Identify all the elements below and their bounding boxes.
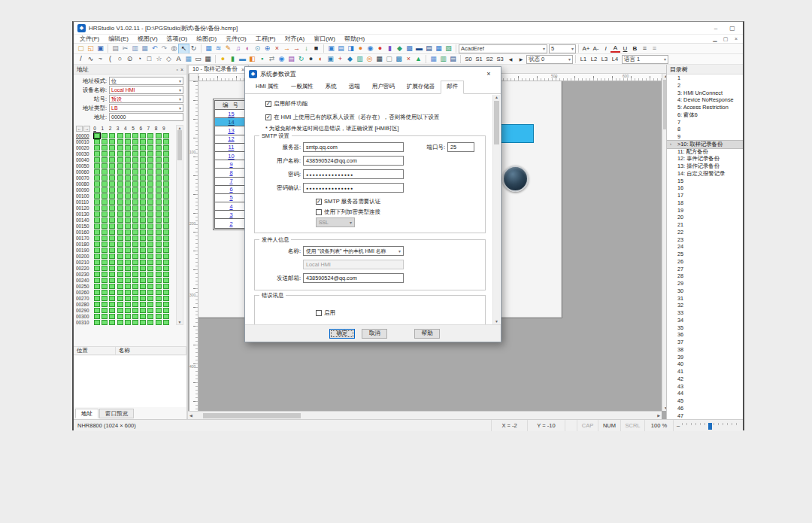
slider-widget-icon[interactable]: ◧ xyxy=(247,55,257,64)
round-button-widget[interactable] xyxy=(502,166,529,192)
address-cell[interactable] xyxy=(163,236,169,241)
menu-item[interactable]: 视图(V) xyxy=(133,35,162,43)
address-cell[interactable] xyxy=(147,290,153,295)
tree-item[interactable]: 4: Device NoResponse xyxy=(667,96,743,104)
address-cell[interactable] xyxy=(156,211,162,217)
address-cell[interactable] xyxy=(163,260,169,265)
view-grid-icon[interactable]: ▦ xyxy=(429,55,438,64)
error-enable-checkbox[interactable] xyxy=(316,310,322,316)
number-table-row[interactable]: 5 xyxy=(215,194,247,202)
address-cell[interactable] xyxy=(156,308,162,313)
address-cell[interactable] xyxy=(109,278,115,283)
address-cell[interactable] xyxy=(109,308,115,313)
star-tool-icon[interactable]: ☆ xyxy=(154,55,164,64)
address-cell[interactable] xyxy=(109,230,115,235)
grid-icon[interactable]: ▦ xyxy=(434,44,444,53)
number-table-row[interactable]: 10 xyxy=(215,152,247,160)
address-cell[interactable] xyxy=(147,139,153,144)
address-cell[interactable] xyxy=(117,296,123,301)
address-cell[interactable] xyxy=(140,157,146,163)
tree-item[interactable]: 9 xyxy=(667,133,743,141)
address-cell[interactable] xyxy=(132,290,138,295)
rotate-icon[interactable]: ↻ xyxy=(189,44,198,53)
prev-state-button[interactable]: ◀ xyxy=(505,55,516,64)
address-cell[interactable] xyxy=(102,308,108,313)
address-cell[interactable] xyxy=(163,284,169,289)
address-cell[interactable] xyxy=(125,199,131,205)
address-cell[interactable] xyxy=(140,236,146,241)
address-cell[interactable] xyxy=(163,169,169,175)
address-cell[interactable] xyxy=(94,151,100,157)
address-cell[interactable] xyxy=(102,266,108,271)
state-button-s0[interactable]: S0 xyxy=(463,55,474,64)
address-cell[interactable] xyxy=(132,266,138,271)
tree-item[interactable]: 22 xyxy=(667,229,743,236)
restore-button[interactable]: ▢ xyxy=(726,25,739,32)
address-cell[interactable] xyxy=(156,254,162,259)
format-i-button[interactable]: I xyxy=(601,44,611,53)
number-table-row[interactable]: 14 xyxy=(215,118,247,126)
address-cell[interactable] xyxy=(102,302,108,307)
address-cell[interactable] xyxy=(156,302,162,307)
address-cell[interactable] xyxy=(109,236,115,241)
address-cell[interactable] xyxy=(163,157,169,163)
address-cell[interactable] xyxy=(125,157,131,163)
address-cell[interactable] xyxy=(109,151,115,157)
address-cell[interactable] xyxy=(163,199,169,205)
address-cell[interactable] xyxy=(140,284,146,289)
smtp-password-input[interactable]: ●●●●●●●●●●●●●●● xyxy=(303,169,404,179)
tree-item[interactable]: 27 xyxy=(667,266,743,273)
address-cell[interactable] xyxy=(156,290,162,295)
text-tool-icon[interactable]: A xyxy=(174,55,183,64)
smtp-password-confirm-input[interactable]: ●●●●●●●●●●●●●●● xyxy=(303,183,404,193)
panel-tab-address[interactable]: 地址 xyxy=(75,409,98,418)
address-cell[interactable] xyxy=(109,139,115,144)
address-cell[interactable] xyxy=(163,254,169,259)
number-table-row[interactable]: 12 xyxy=(215,135,247,144)
macro-icon[interactable]: ▩ xyxy=(404,44,414,53)
address-cell[interactable] xyxy=(125,205,131,211)
keypad-icon[interactable]: ▤ xyxy=(286,55,296,64)
zoom-slider-thumb[interactable] xyxy=(708,423,712,430)
ruler-icon[interactable]: ▤ xyxy=(448,55,458,64)
address-cell[interactable] xyxy=(94,175,100,181)
address-cell[interactable] xyxy=(109,199,115,205)
dialog-tab-4[interactable]: 用户密码 xyxy=(366,81,401,93)
state-button-s3[interactable]: S3 xyxy=(495,55,505,64)
address-cell[interactable] xyxy=(163,242,169,247)
address-cell[interactable] xyxy=(102,242,108,247)
grid-next-button[interactable]: → xyxy=(83,126,90,132)
tree-item[interactable]: 12: 事件记录备份 xyxy=(667,155,743,163)
address-cell[interactable] xyxy=(132,145,138,151)
panel-tab-window-preview[interactable]: 窗口预览 xyxy=(99,409,134,418)
address-cell[interactable] xyxy=(109,187,115,193)
address-grid-scrollbar[interactable]: ▲ ▼ xyxy=(176,125,183,325)
number-table-row[interactable]: 15 xyxy=(215,110,247,118)
address-cell[interactable] xyxy=(132,296,138,301)
pen-icon[interactable]: ✎ xyxy=(223,44,233,53)
address-cell[interactable] xyxy=(163,248,169,253)
address-cell[interactable] xyxy=(109,272,115,277)
address-cell[interactable] xyxy=(156,175,162,181)
address-cell[interactable] xyxy=(140,266,146,271)
line-tool-icon[interactable]: / xyxy=(76,55,86,64)
address-cell[interactable] xyxy=(94,199,100,205)
address-cell[interactable] xyxy=(102,272,108,277)
tree-item[interactable]: 15 xyxy=(667,178,743,185)
mdi-restore-icon[interactable]: ▢ xyxy=(720,36,731,42)
address-cell[interactable] xyxy=(102,139,108,144)
find-icon[interactable]: ◎ xyxy=(169,44,179,53)
polyline-tool-icon[interactable]: ∿ xyxy=(86,55,95,64)
address-cell[interactable] xyxy=(109,260,115,265)
address-cell[interactable] xyxy=(94,260,100,265)
tree-item[interactable]: 45 xyxy=(667,397,743,405)
address-cell[interactable] xyxy=(147,308,153,313)
address-cell[interactable] xyxy=(132,308,138,313)
address-cell[interactable] xyxy=(147,314,153,319)
address-cell[interactable] xyxy=(94,163,100,169)
address-cell[interactable] xyxy=(125,175,131,181)
address-cell[interactable] xyxy=(132,157,138,163)
address-cell[interactable] xyxy=(147,248,153,253)
address-cell[interactable] xyxy=(163,139,169,144)
address-cell[interactable] xyxy=(109,157,115,163)
